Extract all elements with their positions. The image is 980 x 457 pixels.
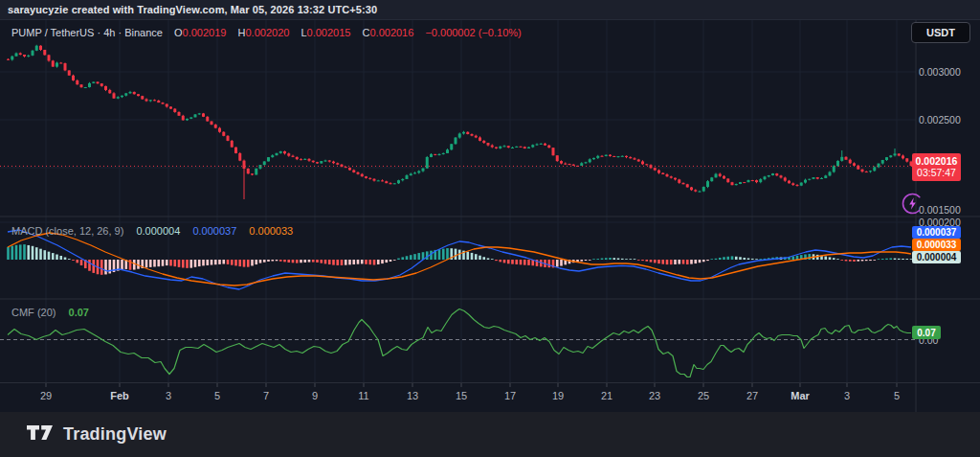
tradingview-wordmark: TradingView [63,424,167,445]
last-price-value: 0.002016 [912,155,961,167]
flash-boost-icon[interactable] [901,192,924,216]
time-axis-label[interactable]: 9 [312,390,318,401]
low-value: 0.002015 [307,27,351,38]
tradingview-snapshot: sarayucyzie created with TradingView.com… [0,0,980,457]
bar-countdown: 03:57:47 [912,167,961,178]
time-axis-label[interactable]: 17 [504,390,516,401]
time-axis-label[interactable]: Feb [110,390,129,401]
time-axis-label[interactable]: 29 [40,390,52,401]
tradingview-logo-icon [27,425,54,445]
time-axis-label[interactable]: 5 [894,390,900,401]
macd-title[interactable]: MACD (close, 12, 26, 9) [11,225,123,237]
time-axis-label[interactable]: 3 [166,390,171,401]
macd-hist-value: 0.000004 [136,225,180,237]
open-label: O [174,27,183,38]
footer-bar: TradingView [0,412,980,457]
macd-line-value: 0.000037 [192,225,236,237]
time-axis-label[interactable]: 21 [601,390,612,401]
symbol-title[interactable]: PUMP / TetherUS · 4h · Binance [11,27,163,38]
macd-badge: 0.000033 [912,239,961,251]
time-axis-label[interactable]: 3 [844,390,850,401]
cmf-value-badge: 0.07 [912,326,941,339]
time-axis-label[interactable]: Mar [791,390,810,401]
time-axis[interactable]: 29Feb3579111315171921232527Mar35 [0,382,980,413]
cmf-value: 0.07 [69,307,89,318]
high-value: 0.002020 [245,27,289,38]
symbol-header[interactable]: PUMP / TetherUS · 4h · Binance O0.002019… [11,27,522,38]
last-price-badge: 0.002016 03:57:47 [912,153,961,181]
time-axis-label[interactable]: 5 [214,390,220,401]
change-value: −0.000002 (−0.10%) [425,27,521,38]
attribution-bar: sarayucyzie created with TradingView.com… [0,0,980,20]
macd-signal-value: 0.000033 [249,225,293,237]
macd-badge: 0.000037 [912,226,961,239]
time-axis-label[interactable]: 27 [746,390,758,401]
price-axis-label: 0.003000 [919,66,961,78]
macd-badge: 0.000004 [912,251,961,263]
time-axis-label[interactable]: 15 [456,390,467,401]
open-value: 0.002019 [183,27,227,38]
cmf-legend[interactable]: CMF (20) 0.07 [11,307,89,318]
chart-canvas[interactable] [0,0,980,412]
time-axis-label[interactable]: 7 [263,390,269,401]
price-axis-label: 0.002500 [919,114,961,126]
macd-legend[interactable]: MACD (close, 12, 26, 9) 0.000004 0.00003… [11,225,293,237]
currency-toggle-button[interactable]: USDT [911,22,970,43]
time-axis-label[interactable]: 25 [698,390,709,401]
close-value: 0.002016 [369,27,413,38]
attribution-text: sarayucyzie created with TradingView.com… [8,4,377,15]
time-axis-label[interactable]: 11 [358,390,368,401]
time-axis-label[interactable]: 13 [407,390,418,401]
time-axis-label[interactable]: 19 [552,390,564,401]
time-axis-label[interactable]: 23 [649,390,660,401]
price-axis-label: 0.001500 [919,204,961,216]
cmf-title[interactable]: CMF (20) [11,307,56,318]
